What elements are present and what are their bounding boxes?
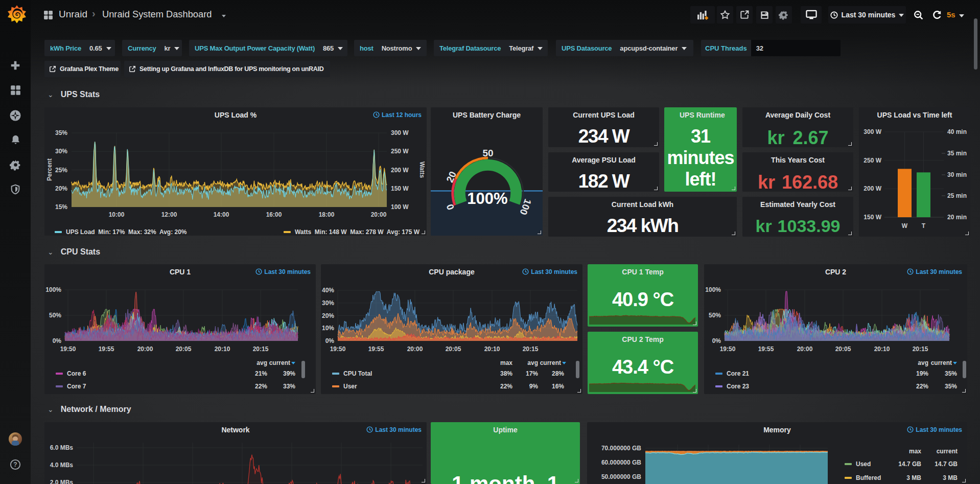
svg-text:20:00: 20:00 <box>797 345 813 353</box>
svg-text:20:15: 20:15 <box>523 345 539 353</box>
svg-text:2.0 MBs: 2.0 MBs <box>50 479 74 484</box>
svg-text:Percent: Percent <box>46 158 53 181</box>
svg-text:20%: 20% <box>55 185 67 192</box>
svg-text:150 W: 150 W <box>864 214 881 221</box>
svg-text:12:00: 12:00 <box>161 211 177 218</box>
svg-text:250 W: 250 W <box>864 157 881 164</box>
svg-text:100 W: 100 W <box>391 203 409 211</box>
svg-text:50.000000 GB: 50.000000 GB <box>601 473 641 480</box>
svg-text:60.000000 GB: 60.000000 GB <box>601 459 641 466</box>
svg-text:20%: 20% <box>322 312 334 319</box>
svg-text:50: 50 <box>482 148 493 158</box>
svg-text:19:50: 19:50 <box>60 345 76 353</box>
svg-text:10%: 10% <box>322 325 334 332</box>
svg-text:150 W: 150 W <box>391 185 409 192</box>
svg-text:20:00: 20:00 <box>371 211 387 218</box>
svg-text:200 W: 200 W <box>391 167 409 174</box>
svg-text:10:00: 10:00 <box>109 211 125 218</box>
svg-text:0%: 0% <box>53 337 62 344</box>
svg-text:300 W: 300 W <box>391 129 409 136</box>
svg-text:20:10: 20:10 <box>215 345 230 353</box>
svg-text:30 min: 30 min <box>947 171 967 178</box>
svg-text:20:05: 20:05 <box>446 345 461 353</box>
svg-text:20:05: 20:05 <box>176 345 192 353</box>
svg-text:4.0 MBs: 4.0 MBs <box>50 462 74 469</box>
svg-text:19:55: 19:55 <box>758 345 774 353</box>
svg-text:20:15: 20:15 <box>913 345 928 353</box>
svg-text:19:50: 19:50 <box>720 345 736 353</box>
svg-text:100%: 100% <box>467 190 507 208</box>
svg-text:250 W: 250 W <box>391 148 409 155</box>
svg-text:18:00: 18:00 <box>319 211 335 218</box>
svg-text:50%: 50% <box>49 312 61 319</box>
svg-text:30%: 30% <box>322 299 334 307</box>
svg-text:14:00: 14:00 <box>214 211 229 218</box>
svg-text:0%: 0% <box>712 337 721 344</box>
svg-text:16:00: 16:00 <box>266 211 282 218</box>
svg-text:20:15: 20:15 <box>253 345 269 353</box>
svg-text:30%: 30% <box>55 148 67 155</box>
svg-text:100%: 100% <box>705 286 721 293</box>
svg-text:T: T <box>922 222 926 229</box>
svg-text:20:00: 20:00 <box>407 345 423 353</box>
svg-text:70.000000 GB: 70.000000 GB <box>601 445 641 452</box>
svg-text:40 min: 40 min <box>947 128 967 135</box>
svg-text:W: W <box>902 222 908 229</box>
svg-text:100%: 100% <box>45 286 61 293</box>
svg-text:20:10: 20:10 <box>874 345 890 353</box>
svg-text:50%: 50% <box>709 312 721 319</box>
svg-text:?: ? <box>13 461 17 468</box>
svg-text:200 W: 200 W <box>864 185 881 192</box>
svg-text:25%: 25% <box>55 167 67 174</box>
svg-text:15%: 15% <box>55 203 67 211</box>
svg-text:Watts: Watts <box>418 162 426 178</box>
svg-text:300 W: 300 W <box>864 128 881 135</box>
svg-text:20:05: 20:05 <box>835 345 851 353</box>
svg-text:19:55: 19:55 <box>99 345 114 353</box>
svg-text:6.0 MBs: 6.0 MBs <box>50 444 74 451</box>
svg-text:19:50: 19:50 <box>330 345 346 353</box>
svg-text:0%: 0% <box>325 337 335 344</box>
svg-text:20 min: 20 min <box>947 214 967 221</box>
svg-text:35 min: 35 min <box>947 150 967 157</box>
svg-text:25 min: 25 min <box>947 192 967 199</box>
svg-text:20:00: 20:00 <box>137 345 153 353</box>
svg-text:40%: 40% <box>322 287 334 294</box>
svg-text:20:10: 20:10 <box>484 345 500 353</box>
svg-text:19:55: 19:55 <box>368 345 384 353</box>
svg-text:35%: 35% <box>55 129 67 136</box>
